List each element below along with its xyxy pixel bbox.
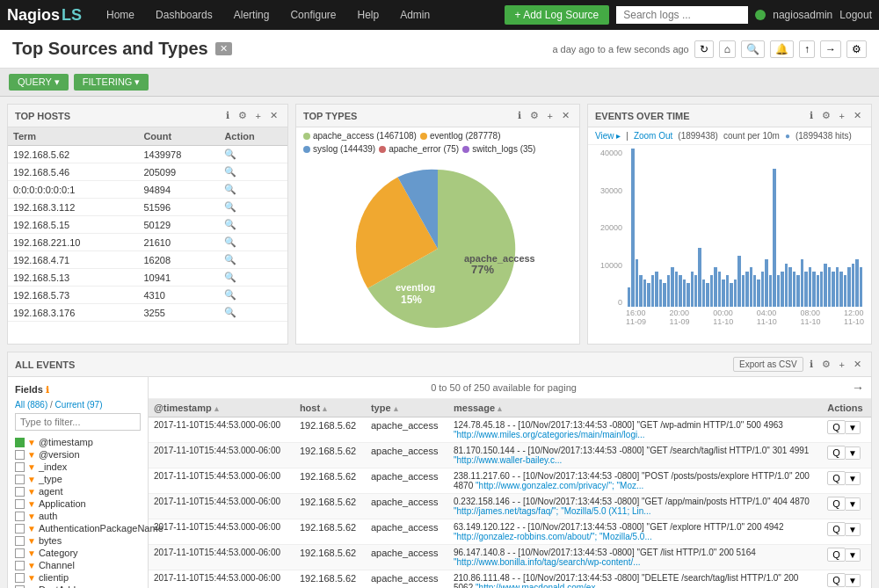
events-settings-icon[interactable]: ⚙ (819, 109, 833, 122)
bar[interactable] (781, 272, 783, 308)
bar[interactable] (636, 259, 638, 307)
bar[interactable] (730, 283, 732, 307)
field-checkbox[interactable] (15, 548, 25, 558)
field-checkbox[interactable] (15, 462, 25, 472)
list-item[interactable]: ▼ DestAddress (15, 584, 141, 588)
list-item[interactable]: ▼ clientip (15, 571, 141, 584)
bar[interactable] (860, 267, 862, 307)
bar[interactable] (659, 279, 662, 308)
host-search-icon[interactable]: 🔍 (224, 272, 236, 282)
bar[interactable] (785, 264, 788, 308)
all-events-info-icon[interactable]: ℹ (807, 357, 816, 372)
bar[interactable] (855, 259, 858, 307)
bar[interactable] (647, 283, 650, 307)
message-link[interactable]: "http://www.macdonald.com/ex... (476, 583, 603, 588)
list-item[interactable]: ▼ bytes (15, 534, 141, 547)
forward-icon-button[interactable]: → (820, 40, 841, 58)
filter-button[interactable]: FILTERING ▾ (74, 74, 149, 91)
bar[interactable] (710, 275, 713, 307)
field-checkbox[interactable] (15, 475, 25, 484)
settings-icon-button[interactable]: ⚙ (846, 40, 867, 58)
list-item[interactable]: ▼ _type (15, 473, 141, 485)
bar[interactable] (757, 279, 759, 308)
top-hosts-settings-icon[interactable]: ⚙ (236, 109, 250, 122)
action-button[interactable]: Q (827, 522, 846, 536)
action-button[interactable]: Q (827, 420, 846, 434)
list-item[interactable]: ▼ @timestamp (15, 436, 141, 448)
nav-admin[interactable]: Admin (389, 0, 440, 30)
top-types-info-icon[interactable]: ℹ (515, 109, 524, 122)
bar[interactable] (714, 267, 716, 307)
host-search-icon[interactable]: 🔍 (224, 254, 236, 265)
host-search-icon[interactable]: 🔍 (224, 149, 236, 159)
action-dropdown[interactable]: ▼ (846, 574, 861, 587)
bar[interactable] (828, 267, 831, 307)
add-log-button[interactable]: + Add Log Source (505, 5, 610, 25)
bar[interactable] (651, 275, 654, 307)
message-link[interactable]: "http://gonzalez-robbins.com/about/"; "M… (454, 532, 652, 541)
bar[interactable] (745, 272, 748, 308)
bar[interactable] (788, 267, 791, 307)
field-checkbox[interactable] (15, 499, 25, 509)
list-item[interactable]: ▼ Channel (15, 559, 141, 571)
nav-alerting[interactable]: Alerting (223, 0, 280, 30)
bar[interactable] (809, 267, 811, 307)
bar[interactable] (679, 275, 681, 307)
nav-home[interactable]: Home (96, 0, 145, 30)
field-checkbox[interactable] (15, 573, 25, 583)
bar[interactable] (722, 279, 724, 308)
bar[interactable] (726, 275, 729, 307)
action-dropdown[interactable]: ▼ (846, 497, 861, 511)
all-events-add-icon[interactable]: + (837, 357, 847, 372)
message-link[interactable]: "http://james.net/tags/faq/"; "Mozilla/5… (454, 506, 651, 516)
bar[interactable] (742, 275, 745, 307)
host-search-icon[interactable]: 🔍 (224, 219, 236, 229)
top-hosts-close-icon[interactable]: ✕ (267, 109, 280, 122)
action-button[interactable]: Q (827, 497, 846, 511)
bar[interactable] (683, 279, 686, 308)
bar[interactable] (836, 267, 839, 307)
field-checkbox[interactable] (15, 438, 25, 447)
bar[interactable] (639, 275, 642, 307)
bar[interactable] (655, 272, 657, 308)
action-button[interactable]: Q (827, 548, 846, 562)
query-button[interactable]: QUERY ▾ (9, 74, 69, 91)
all-events-close-icon[interactable]: ✕ (851, 357, 864, 372)
bar[interactable] (812, 272, 815, 308)
search-icon-button[interactable]: 🔍 (741, 40, 765, 58)
bar[interactable] (847, 267, 850, 307)
home-icon-button[interactable]: ⌂ (719, 40, 736, 58)
field-checkbox[interactable] (15, 487, 25, 497)
bar[interactable] (737, 256, 740, 308)
bar[interactable] (734, 279, 737, 308)
bar[interactable] (631, 149, 634, 307)
message-link[interactable]: "http://www.waller-bailey.c... (454, 455, 562, 465)
message-link[interactable]: "http://www.bonilla.info/tag/search/wp-c… (454, 557, 641, 567)
field-checkbox[interactable] (15, 524, 25, 534)
action-dropdown[interactable]: ▼ (846, 472, 861, 485)
host-search-icon[interactable]: 🔍 (224, 201, 236, 212)
bar[interactable] (753, 275, 756, 307)
logout-link[interactable]: Logout (839, 9, 872, 21)
bar[interactable] (761, 272, 764, 308)
fields-filter-input[interactable] (15, 413, 141, 431)
field-checkbox[interactable] (15, 512, 25, 521)
nav-help[interactable]: Help (346, 0, 389, 30)
events-add-icon[interactable]: + (837, 109, 847, 122)
nav-configure[interactable]: Configure (280, 0, 346, 30)
field-checkbox[interactable] (15, 536, 25, 546)
bar[interactable] (817, 275, 819, 307)
action-button[interactable]: Q (827, 446, 846, 460)
bar[interactable] (667, 275, 670, 307)
search-input[interactable] (616, 6, 748, 24)
top-types-settings-icon[interactable]: ⚙ (527, 109, 541, 122)
bar[interactable] (706, 283, 708, 307)
nav-dashboards[interactable]: Dashboards (145, 0, 223, 30)
bar[interactable] (793, 272, 795, 308)
bar[interactable] (691, 272, 694, 308)
list-item[interactable]: ▼ auth (15, 510, 141, 522)
message-link[interactable]: "http://www.gonzalez.com/privacy/"; "Moz… (476, 481, 643, 490)
bar[interactable] (718, 272, 721, 308)
bar[interactable] (643, 279, 646, 308)
top-hosts-info-icon[interactable]: ℹ (223, 109, 232, 122)
